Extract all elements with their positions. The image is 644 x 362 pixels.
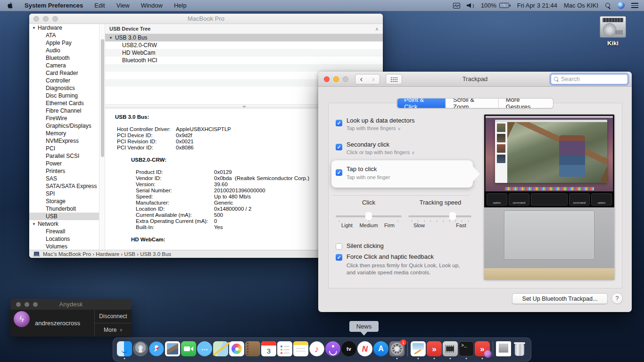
option-subtitle[interactable]: Click or tap with two fingers∨ <box>347 149 414 155</box>
dock-maps-icon[interactable] <box>213 341 228 356</box>
dock-photos-icon[interactable] <box>229 341 244 356</box>
dock-document-icon[interactable] <box>496 341 511 356</box>
dock-reminders-icon[interactable] <box>277 341 292 356</box>
anydesk-titlebar[interactable]: Anydesk <box>10 299 132 310</box>
menu-item[interactable]: Window <box>141 2 163 9</box>
tracking-speed-slider[interactable] <box>408 215 471 217</box>
sidebar-item[interactable]: SAS <box>29 175 99 182</box>
window-controls[interactable] <box>16 302 38 307</box>
silent-clicking-checkbox[interactable] <box>336 243 342 250</box>
sidebar-item[interactable]: Apple Pay <box>29 39 99 47</box>
more-button[interactable]: More∨ <box>95 323 132 337</box>
menu-user-name[interactable]: Mac Os KIKI <box>564 2 598 9</box>
dock-anydesk-session-icon[interactable]: » <box>475 341 490 356</box>
sidebar-item[interactable]: NVMExpress <box>29 137 99 145</box>
notification-center-icon[interactable] <box>631 3 638 8</box>
usb-device-tree-header[interactable]: USB Device Tree ∧ <box>105 24 383 34</box>
desktop-drive-kiki[interactable]: Kiki <box>600 16 626 38</box>
dock-mail-icon[interactable] <box>165 341 180 356</box>
scrollbar-thumb[interactable] <box>101 39 104 157</box>
tree-row[interactable]: Bluetooth HCI <box>105 57 383 64</box>
sidebar-item[interactable]: USB <box>29 213 99 220</box>
sidebar-item[interactable]: Storage <box>29 197 99 205</box>
dock-appstore-icon[interactable]: A <box>373 341 388 356</box>
sidebar-item[interactable]: Card Reader <box>29 69 99 77</box>
sidebar-item[interactable]: SPI <box>29 190 99 197</box>
sidebar-item[interactable]: Thunderbolt <box>29 205 99 213</box>
sidebar-item[interactable]: Locations <box>29 235 99 243</box>
sidebar-item[interactable]: Power <box>29 160 99 167</box>
tap-to-click-checkbox[interactable] <box>336 169 342 176</box>
dock-launchpad-icon[interactable] <box>133 341 148 356</box>
help-button[interactable]: ? <box>611 293 623 304</box>
menu-item[interactable]: Help <box>174 2 187 9</box>
tab[interactable]: More Gestures <box>499 99 553 108</box>
apple-logo-icon[interactable] <box>7 2 13 9</box>
dock-news-icon[interactable]: N <box>357 341 372 356</box>
tab[interactable]: Point & Click <box>397 99 446 108</box>
setup-bluetooth-trackpad-button[interactable]: Set Up Bluetooth Trackpad... <box>512 293 608 304</box>
trackpad-demo-video[interactable]: optioncommandcommandoption <box>484 115 614 280</box>
force-click-checkbox[interactable] <box>336 254 342 261</box>
dock-messages-icon[interactable]: … <box>197 341 212 356</box>
dock-trash-icon[interactable] <box>512 341 527 356</box>
option-subtitle[interactable]: Tap with three fingers∨ <box>347 125 401 131</box>
dock-separator[interactable] <box>491 340 495 357</box>
system-information-titlebar[interactable]: MacBook Pro <box>29 14 383 24</box>
tree-row[interactable]: HD WebCam <box>105 49 383 57</box>
dock-safari-icon[interactable] <box>149 341 164 356</box>
tree-row[interactable] <box>105 64 383 72</box>
sidebar-item[interactable]: Audio <box>29 47 99 54</box>
dock-music-icon[interactable]: ♪ <box>309 341 324 356</box>
sidebar-item[interactable]: Firewall <box>29 228 99 235</box>
dock-terminal-icon[interactable]: >_ <box>459 341 474 356</box>
disconnect-button[interactable]: Disconnect <box>95 310 132 323</box>
sidebar-item[interactable]: Diagnostics <box>29 84 99 92</box>
sidebar-item[interactable]: SATA/SATA Express <box>29 182 99 190</box>
window-controls[interactable] <box>33 16 58 22</box>
tree-row[interactable]: USB 3.0 Bus <box>105 34 383 41</box>
tree-row[interactable]: USB2.0-CRW <box>105 41 383 49</box>
menu-clock[interactable]: Fri Apr 3 21:44 <box>517 2 557 9</box>
menu-item[interactable]: View <box>116 2 130 9</box>
volume-icon[interactable] <box>467 3 474 8</box>
sidebar-item[interactable]: Camera <box>29 62 99 69</box>
tab[interactable]: Scroll & Zoom <box>446 99 499 108</box>
siri-icon[interactable] <box>618 2 625 9</box>
dock-system-preferences-icon[interactable]: 1 <box>389 341 405 356</box>
sidebar-item[interactable]: ATA <box>29 32 99 39</box>
sidebar-item[interactable]: FireWire <box>29 115 99 122</box>
sidebar-item[interactable]: Ethernet Cards <box>29 99 99 107</box>
search-input[interactable] <box>561 76 625 82</box>
battery-status[interactable]: 100% ϟ <box>481 2 511 9</box>
sidebar-item[interactable]: Bluetooth <box>29 54 99 62</box>
menu-item[interactable]: Edit <box>94 2 105 9</box>
sidebar-item[interactable]: Graphics/Displays <box>29 122 99 130</box>
spotlight-search-icon[interactable] <box>605 2 611 8</box>
dock-notes-icon[interactable] <box>293 341 308 356</box>
sidebar-item[interactable]: Fibre Channel <box>29 107 99 115</box>
secondary-click-checkbox[interactable] <box>336 144 342 150</box>
dock-calendar-icon[interactable]: 3 <box>261 341 276 356</box>
sidebar-item[interactable]: Volumes <box>29 243 99 250</box>
sidebar-item[interactable]: Network <box>29 220 99 228</box>
click-slider[interactable] <box>336 215 402 217</box>
sidebar-item[interactable]: Disc Burning <box>29 92 99 99</box>
dock-anydesk-icon[interactable]: » <box>427 341 442 356</box>
activity-monitor-icon[interactable] <box>453 3 460 8</box>
sidebar-item[interactable]: Printers <box>29 167 99 175</box>
dock-tv-icon[interactable]: tv <box>341 341 356 356</box>
sidebar-item[interactable]: Hardware <box>29 24 99 32</box>
sidebar-item[interactable]: PCI <box>29 145 99 152</box>
sidebar-item[interactable]: Memory <box>29 130 99 137</box>
dock-podcasts-icon[interactable] <box>325 341 340 356</box>
search-field[interactable] <box>551 74 628 84</box>
menu-app-name[interactable]: System Preferences <box>25 2 83 9</box>
dock-graphics-app-icon[interactable] <box>411 341 426 356</box>
dock-facetime-icon[interactable] <box>181 341 196 356</box>
dock-contacts-icon[interactable] <box>245 341 260 356</box>
dock-circuit-app-icon[interactable] <box>443 341 458 356</box>
sidebar-item[interactable]: Controller <box>29 77 99 84</box>
collapse-chevron-icon[interactable]: ∧ <box>375 26 379 32</box>
sidebar-item[interactable]: Parallel SCSI <box>29 152 99 160</box>
